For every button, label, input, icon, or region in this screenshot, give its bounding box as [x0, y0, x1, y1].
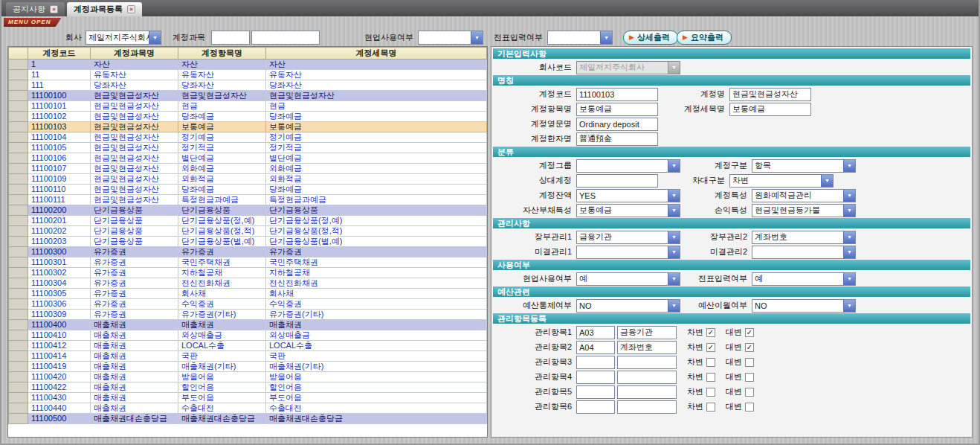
- cell-code[interactable]: 11100201: [28, 216, 91, 226]
- cell-detail[interactable]: 지하철공채: [266, 268, 487, 278]
- cell-code[interactable]: 11100410: [28, 330, 91, 341]
- cell-code[interactable]: 11100104: [28, 132, 91, 143]
- cell-item[interactable]: 정기적금: [178, 143, 266, 153]
- table-row[interactable]: 11100203단기금융상품단기금융상품(별,예)단기금융상품(별,예): [9, 237, 487, 247]
- account-code-input[interactable]: [211, 31, 250, 45]
- text-field[interactable]: [576, 174, 658, 188]
- menu-open-button[interactable]: MENU OPEN: [4, 18, 61, 27]
- debit-checkbox[interactable]: ✓: [706, 343, 715, 352]
- mgmt-name-field[interactable]: [617, 400, 677, 414]
- cell-detail[interactable]: 유가증권: [266, 247, 487, 257]
- select-field[interactable]: NO▼: [752, 299, 856, 313]
- debit-checkbox[interactable]: ✓: [706, 328, 715, 337]
- table-row[interactable]: 11100103현금및현금성자산보통예금보통예금: [9, 122, 487, 132]
- cell-name[interactable]: 현금및현금성자산: [91, 122, 178, 132]
- debit-checkbox[interactable]: [706, 403, 715, 412]
- table-row[interactable]: 11100309유가증권유가증권(기타)유가증권(기타): [9, 310, 487, 320]
- cell-detail[interactable]: 수익증권: [266, 299, 487, 310]
- cell-name[interactable]: 현금및현금성자산: [91, 185, 178, 195]
- cell-code[interactable]: 1: [28, 60, 91, 70]
- row-indicator[interactable]: [9, 80, 28, 91]
- table-row[interactable]: 11100412매출채권LOCAL수출LOCAL수출: [9, 341, 487, 351]
- cell-item[interactable]: 별단예금: [178, 153, 266, 164]
- select-field[interactable]: ▼: [576, 246, 680, 259]
- text-field[interactable]: 普通預金: [576, 132, 658, 146]
- table-row[interactable]: 11100419매출채권매출채권(기타)매출채권(기타): [9, 362, 487, 372]
- row-indicator[interactable]: [9, 362, 28, 372]
- row-indicator[interactable]: [9, 60, 28, 70]
- cell-item[interactable]: LOCAL수출: [178, 341, 266, 351]
- cell-code[interactable]: 11100440: [28, 403, 91, 414]
- cell-code[interactable]: 11100106: [28, 153, 91, 164]
- cell-detail[interactable]: 당좌예금: [266, 185, 487, 195]
- mgmt-code-field[interactable]: [576, 385, 615, 399]
- cell-name[interactable]: 현금및현금성자산: [91, 143, 178, 153]
- table-row[interactable]: 11100414매출채권국판국판: [9, 351, 487, 362]
- mgmt-code-field[interactable]: A03: [576, 326, 615, 339]
- text-field[interactable]: Ordinary deposit: [576, 118, 658, 131]
- cell-code[interactable]: 11100500: [28, 414, 91, 424]
- cell-code[interactable]: 11100302: [28, 268, 91, 278]
- cell-item[interactable]: 단기금융상품: [178, 205, 266, 216]
- cell-detail[interactable]: 현금: [266, 101, 487, 112]
- row-indicator[interactable]: [9, 70, 28, 80]
- cell-item[interactable]: 당좌예금: [178, 112, 266, 122]
- row-indicator[interactable]: [9, 185, 28, 195]
- slip-filter-select[interactable]: ▼: [547, 31, 613, 45]
- cell-name[interactable]: 유가증권: [91, 289, 178, 299]
- row-indicator[interactable]: [9, 112, 28, 122]
- tab-notice[interactable]: 공지사항 ×: [6, 2, 65, 16]
- cell-name[interactable]: 유가증권: [91, 268, 178, 278]
- cell-detail[interactable]: 국판: [266, 351, 487, 362]
- table-row[interactable]: 11100102현금및현금성자산당좌예금당좌예금: [9, 112, 487, 122]
- row-indicator[interactable]: [9, 320, 28, 330]
- cell-name[interactable]: 단기금융상품: [91, 237, 178, 247]
- select-field[interactable]: 보통예금▼: [576, 204, 680, 217]
- row-indicator[interactable]: [9, 237, 28, 247]
- cell-item[interactable]: 단기금융상품(정,예): [178, 216, 266, 226]
- cell-name[interactable]: 매출채권: [91, 320, 178, 330]
- cell-code[interactable]: 11100100: [28, 91, 91, 101]
- mgmt-code-field[interactable]: [576, 356, 615, 369]
- table-row[interactable]: 11100100현금및현금성자산현금및현금성자산현금및현금성자산: [9, 91, 487, 101]
- text-field[interactable]: 보통예금: [576, 103, 658, 116]
- table-row[interactable]: 11100104현금및현금성자산정기예금정기예금: [9, 132, 487, 143]
- select-field[interactable]: 예▼: [752, 272, 856, 286]
- cell-detail[interactable]: 외화적금: [266, 174, 487, 185]
- select-field[interactable]: ▼: [752, 246, 856, 259]
- table-row[interactable]: 11100109현금및현금성자산외화적금외화적금: [9, 174, 487, 185]
- cell-item[interactable]: 자산: [178, 60, 266, 70]
- cell-detail[interactable]: LOCAL수출: [266, 341, 487, 351]
- table-row[interactable]: 11100111현금및현금성자산특정현금과예금특정현금과예금: [9, 195, 487, 205]
- row-indicator[interactable]: [9, 414, 28, 424]
- debit-checkbox[interactable]: [706, 358, 715, 367]
- cell-name[interactable]: 현금및현금성자산: [91, 91, 178, 101]
- credit-checkbox[interactable]: ✓: [745, 343, 754, 352]
- grid-header-name[interactable]: 계정과목명: [91, 48, 178, 60]
- row-indicator[interactable]: [9, 226, 28, 237]
- cell-item[interactable]: 매출채권: [178, 320, 266, 330]
- table-row[interactable]: 11100304유가증권전신전화채권전신전화채권: [9, 278, 487, 289]
- credit-checkbox[interactable]: [745, 358, 754, 367]
- row-indicator[interactable]: [9, 195, 28, 205]
- cell-item[interactable]: 매출채권대손충당금: [178, 414, 266, 424]
- cell-name[interactable]: 매출채권대손충당금: [91, 414, 178, 424]
- cell-name[interactable]: 매출채권: [91, 362, 178, 372]
- mgmt-code-field[interactable]: [576, 400, 615, 414]
- cell-item[interactable]: 단기금융상품(별,예): [178, 237, 266, 247]
- cell-item[interactable]: 유가증권: [178, 247, 266, 257]
- cell-code[interactable]: 11100111: [28, 195, 91, 205]
- row-indicator[interactable]: [9, 289, 28, 299]
- cell-item[interactable]: 특정현금과예금: [178, 195, 266, 205]
- table-row[interactable]: 111당좌자산당좌자산당좌자산: [9, 80, 487, 91]
- row-indicator[interactable]: [9, 351, 28, 362]
- cell-name[interactable]: 현금및현금성자산: [91, 174, 178, 185]
- credit-checkbox[interactable]: [745, 388, 754, 397]
- cell-name[interactable]: 자산: [91, 60, 178, 70]
- select-field[interactable]: 제일저지주식회사▼: [576, 61, 680, 74]
- cell-name[interactable]: 단기금융상품: [91, 226, 178, 237]
- cell-item[interactable]: 수출대전: [178, 403, 266, 414]
- select-field[interactable]: 항목▼: [752, 159, 856, 173]
- cell-detail[interactable]: 받을어음: [266, 372, 487, 382]
- table-row[interactable]: 11100422매출채권할인어음할인어음: [9, 382, 487, 393]
